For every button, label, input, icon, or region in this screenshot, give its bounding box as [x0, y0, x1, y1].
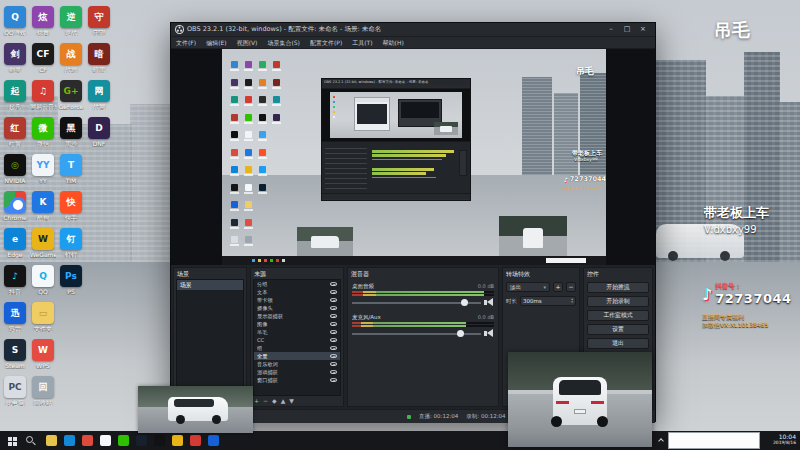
- source-row[interactable]: 吊毛: [254, 328, 340, 336]
- maximize-button[interactable]: □: [619, 23, 635, 36]
- source-row[interactable]: 全景: [254, 352, 340, 360]
- visibility-eye-icon[interactable]: [330, 378, 337, 382]
- start-streaming-button[interactable]: 开始推流: [587, 282, 649, 293]
- menu-item-6[interactable]: 帮助(H): [378, 37, 409, 48]
- close-button[interactable]: ×: [635, 23, 651, 36]
- desktop-icon-kuaishou[interactable]: 快快手: [58, 191, 84, 221]
- source-row[interactable]: 窗口捕获: [254, 376, 340, 384]
- taskbar-clock[interactable]: 10:04 2019/8/16: [773, 433, 796, 446]
- desktop-icon-this-pc[interactable]: PC此电脑: [2, 376, 28, 406]
- studio-mode-button[interactable]: 工作室模式: [587, 310, 649, 321]
- desktop-icon-qq[interactable]: QQQ: [30, 265, 56, 295]
- visibility-eye-icon[interactable]: [330, 282, 337, 286]
- notes-window[interactable]: [668, 432, 760, 449]
- desktop-icon-battlenet[interactable]: 网战网: [86, 80, 112, 110]
- source-up-button[interactable]: ▲: [281, 396, 286, 406]
- desktop-icon-zhandi[interactable]: 战战地: [58, 43, 84, 73]
- menu-item-0[interactable]: 文件(F): [171, 37, 201, 48]
- desktop-icon-edge[interactable]: eEdge: [2, 228, 28, 258]
- menu-item-5[interactable]: 工具(T): [347, 37, 377, 48]
- source-row[interactable]: 图像: [254, 320, 340, 328]
- spin-down-icon[interactable]: ▾: [571, 301, 573, 305]
- desktop-icon-nizhan[interactable]: 逆逆战: [58, 6, 84, 36]
- desktop-icon-wegame[interactable]: WWeGame: [30, 228, 56, 258]
- menu-item-2[interactable]: 视图(V): [232, 37, 263, 48]
- taskbar-icon-xunlei[interactable]: [208, 435, 219, 446]
- desktop-icon-xuanwu[interactable]: 炫炫舞: [30, 6, 56, 36]
- remove-transition-button[interactable]: −: [566, 282, 576, 292]
- source-row[interactable]: 摄像头: [254, 304, 340, 312]
- desktop-icon-wps[interactable]: WWPS: [30, 339, 56, 369]
- taskbar-icon-netease-music[interactable]: [190, 435, 201, 446]
- transition-select[interactable]: 淡出 ▾: [506, 282, 550, 292]
- add-source-button[interactable]: +: [254, 396, 259, 406]
- visibility-eye-icon[interactable]: [330, 290, 337, 294]
- visibility-eye-icon[interactable]: [330, 298, 337, 302]
- source-row[interactable]: 游戏捕获: [254, 368, 340, 376]
- car-photo-left[interactable]: [138, 386, 253, 433]
- taskbar-icon-qq[interactable]: [100, 435, 111, 446]
- taskbar-icon-chrome[interactable]: [82, 435, 93, 446]
- desktop-icon-folder[interactable]: ▭文件夹: [30, 302, 56, 332]
- obs-preview[interactable]: OBS 23.2.1 (32-bit, windows) - 配置文件: 未命名…: [171, 49, 655, 265]
- menu-item-1[interactable]: 编辑(E): [201, 37, 231, 48]
- start-button[interactable]: [8, 437, 12, 441]
- tray-expand-icon[interactable]: [658, 438, 664, 444]
- remove-source-button[interactable]: −: [263, 396, 268, 406]
- desktop-icon-dnf[interactable]: DDNF: [86, 117, 112, 147]
- scene-row[interactable]: 场景: [177, 280, 243, 290]
- visibility-eye-icon[interactable]: [330, 362, 337, 366]
- speaker-icon[interactable]: [484, 329, 494, 338]
- taskbar-icon-steam[interactable]: [136, 435, 147, 446]
- taskbar-icon-explorer[interactable]: [46, 435, 57, 446]
- desktop-icon-anhei[interactable]: 暗暗黑: [86, 43, 112, 73]
- desktop-icon-shouwang[interactable]: 守守望: [86, 6, 112, 36]
- desktop-icon-wechat[interactable]: 微微信: [30, 117, 56, 147]
- source-row[interactable]: 分组: [254, 280, 340, 288]
- desktop-icon-xunlei[interactable]: 迅迅雷: [2, 302, 28, 332]
- desktop-icon-hongjing[interactable]: 红红警: [2, 117, 28, 147]
- desktop-icon-ps[interactable]: PsPS: [58, 265, 84, 295]
- desktop-icon-kugou[interactable]: K酷狗: [30, 191, 56, 221]
- desktop-icon-nvidia[interactable]: ◎NVIDIA: [2, 154, 28, 184]
- visibility-eye-icon[interactable]: [330, 370, 337, 374]
- desktop-icon-tim[interactable]: TTIM: [58, 154, 84, 184]
- volume-slider[interactable]: [352, 329, 494, 338]
- visibility-eye-icon[interactable]: [330, 338, 337, 342]
- source-properties-button[interactable]: ◆: [272, 396, 277, 406]
- taskbar-icon-obs[interactable]: [154, 435, 165, 446]
- obs-titlebar[interactable]: OBS 23.2.1 (32-bit, windows) - 配置文件: 未命名…: [171, 23, 655, 37]
- start-recording-button[interactable]: 开始录制: [587, 296, 649, 307]
- taskbar-icon-edge[interactable]: [64, 435, 75, 446]
- desktop-icon-douyin[interactable]: ♪抖音: [2, 265, 28, 295]
- exit-button[interactable]: 退出: [587, 338, 649, 349]
- add-transition-button[interactable]: +: [553, 282, 563, 292]
- car-photo-right[interactable]: [508, 352, 652, 447]
- volume-knob[interactable]: [461, 299, 468, 306]
- source-row[interactable]: 组: [254, 344, 340, 352]
- volume-slider[interactable]: [352, 298, 494, 307]
- desktop-icon-dingtalk[interactable]: 钉钉钉: [58, 228, 84, 258]
- visibility-eye-icon[interactable]: [330, 306, 337, 310]
- visibility-eye-icon[interactable]: [330, 322, 337, 326]
- source-row[interactable]: CC: [254, 336, 340, 344]
- taskbar-icon-wechat[interactable]: [118, 435, 129, 446]
- visibility-eye-icon[interactable]: [330, 314, 337, 318]
- source-down-button[interactable]: ▼: [289, 396, 294, 406]
- menu-item-3[interactable]: 场景集合(S): [262, 37, 305, 48]
- volume-knob[interactable]: [457, 330, 464, 337]
- desktop-icon-chrome[interactable]: Chrome: [2, 191, 28, 221]
- desktop-icon-heisha[interactable]: 黑黑沙: [58, 117, 84, 147]
- search-icon[interactable]: [26, 436, 33, 443]
- menu-item-4[interactable]: 配置文件(P): [305, 37, 347, 48]
- visibility-eye-icon[interactable]: [330, 354, 337, 358]
- source-row[interactable]: 显示器捕获: [254, 312, 340, 320]
- duration-input[interactable]: 300ms ▴ ▾: [520, 296, 576, 306]
- taskbar-icon-wegame[interactable]: [172, 435, 183, 446]
- desktop-icon-geforce[interactable]: G+GeForce: [58, 80, 84, 110]
- desktop-icon-yy[interactable]: YYYY: [30, 154, 56, 184]
- minimize-button[interactable]: –: [603, 23, 619, 36]
- desktop-icon-qq-game[interactable]: QQQ游戏: [2, 6, 28, 36]
- desktop-icon-recycle[interactable]: 回回收站: [30, 376, 56, 406]
- visibility-eye-icon[interactable]: [330, 346, 337, 350]
